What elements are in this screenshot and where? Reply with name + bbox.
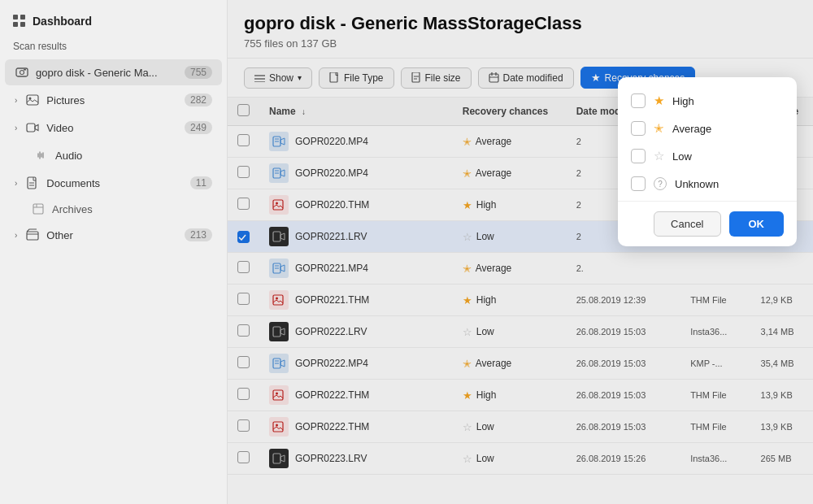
sidebar-documents-label: Documents xyxy=(46,177,183,189)
sidebar-item-gopro-disk[interactable]: gopro disk - Generic Ma... 755 xyxy=(5,59,222,85)
sidebar-item-documents[interactable]: › Documents 11 xyxy=(5,170,222,196)
sidebar-video-label: Video xyxy=(46,122,178,134)
svg-rect-9 xyxy=(33,204,43,214)
sidebar-app-header: Dashboard xyxy=(0,8,227,37)
app-title: Dashboard xyxy=(33,15,92,28)
svg-rect-3 xyxy=(27,95,38,105)
filter-unknown-checkbox[interactable] xyxy=(631,176,646,191)
chevron-video-icon: › xyxy=(15,124,17,133)
sidebar-other-label: Other xyxy=(46,229,178,241)
sidebar-other-count: 213 xyxy=(185,228,212,241)
ok-button[interactable]: OK xyxy=(729,211,785,237)
chevron-docs-icon: › xyxy=(15,179,17,188)
filter-average-item[interactable]: ✭ Average xyxy=(618,115,797,142)
filter-high-item[interactable]: ★ High xyxy=(618,87,797,115)
recovery-filter-dropdown: ★ High ✭ Average ☆ Low ? Unknown Cancel xyxy=(618,77,797,246)
sidebar-item-pictures[interactable]: › Pictures 282 xyxy=(5,87,222,113)
pictures-icon xyxy=(25,93,40,107)
main-content: gopro disk - Generic MassStorageClass 75… xyxy=(228,0,813,504)
sidebar: Dashboard Scan results gopro disk - Gene… xyxy=(0,0,228,504)
video-icon xyxy=(25,120,40,135)
unknown-icon: ? xyxy=(654,177,667,190)
high-star-icon: ★ xyxy=(654,93,664,108)
dropdown-divider xyxy=(618,201,797,202)
sidebar-item-other[interactable]: › Other 213 xyxy=(5,222,222,248)
filter-high-label: High xyxy=(672,95,694,107)
chevron-other-icon: › xyxy=(15,231,17,240)
average-star-icon: ✭ xyxy=(654,121,664,136)
sidebar-pictures-count: 282 xyxy=(185,93,212,106)
disk-icon xyxy=(15,65,29,80)
filter-low-checkbox[interactable] xyxy=(631,149,646,163)
audio-icon xyxy=(34,148,49,163)
filter-unknown-item[interactable]: ? Unknown xyxy=(618,170,797,198)
sidebar-pictures-label: Pictures xyxy=(46,94,178,106)
sidebar-audio-label: Audio xyxy=(55,150,212,162)
other-icon xyxy=(25,228,40,242)
filter-average-label: Average xyxy=(672,123,711,135)
sidebar-item-video[interactable]: › Video 249 xyxy=(5,115,222,141)
svg-point-1 xyxy=(20,71,24,75)
sidebar-item-gopro-label: gopro disk - Generic Ma... xyxy=(36,67,178,79)
sidebar-documents-count: 11 xyxy=(190,176,212,189)
sidebar-item-gopro-count: 755 xyxy=(185,66,212,79)
sidebar-video-count: 249 xyxy=(185,121,212,134)
scan-results-label: Scan results xyxy=(0,37,227,59)
overlay: ★ High ✭ Average ☆ Low ? Unknown Cancel xyxy=(228,0,813,504)
cancel-button[interactable]: Cancel xyxy=(654,211,720,237)
low-star-icon: ☆ xyxy=(654,149,664,163)
grid-icon xyxy=(13,15,26,28)
sidebar-item-audio[interactable]: Audio xyxy=(5,142,222,168)
svg-rect-2 xyxy=(24,69,26,71)
filter-unknown-label: Unknown xyxy=(675,178,719,190)
dropdown-actions: Cancel OK xyxy=(618,205,797,240)
chevron-pictures-icon: › xyxy=(15,96,17,105)
archives-icon xyxy=(31,202,46,216)
filter-low-item[interactable]: ☆ Low xyxy=(618,142,797,170)
svg-rect-5 xyxy=(27,124,35,132)
svg-rect-12 xyxy=(27,232,38,240)
filter-average-checkbox[interactable] xyxy=(631,121,646,136)
filter-low-label: Low xyxy=(672,150,692,163)
sidebar-archives-label: Archives xyxy=(52,203,212,215)
documents-icon xyxy=(25,176,40,190)
sidebar-item-archives[interactable]: Archives xyxy=(5,198,222,220)
filter-high-checkbox[interactable] xyxy=(631,93,646,108)
